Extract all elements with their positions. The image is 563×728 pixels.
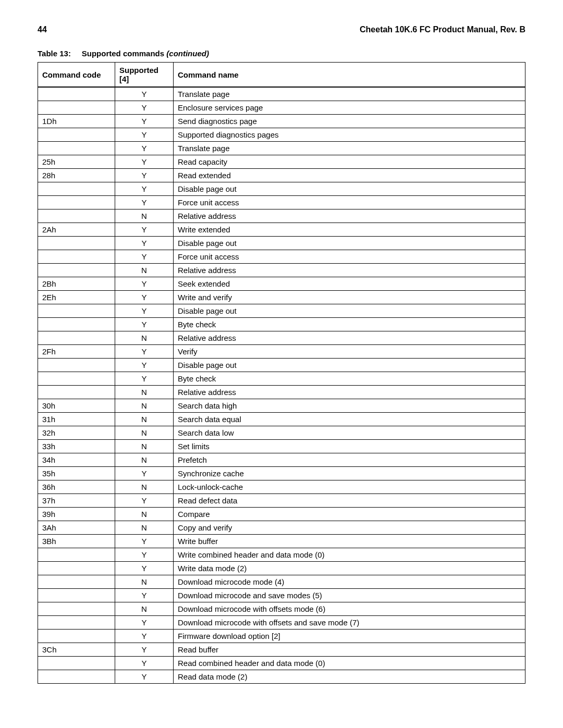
cell-command-name: Compare [174, 508, 525, 521]
table-row: 37hYRead defect data [38, 494, 525, 508]
cell-command-name: Disable page out [174, 359, 525, 372]
cell-command-code: 34h [38, 453, 115, 467]
cell-command-name: Disable page out [174, 237, 525, 250]
cell-supported: N [115, 413, 174, 426]
cell-command-code [38, 264, 115, 277]
cell-command-name: Send diagnostics page [174, 115, 525, 128]
cell-command-code: 25h [38, 155, 115, 169]
cell-supported: Y [115, 372, 174, 386]
cell-command-name: Read defect data [174, 494, 525, 508]
cell-supported: N [115, 602, 174, 616]
cell-command-name: Translate page [174, 87, 525, 101]
cell-command-name: Download microcode mode (4) [174, 575, 525, 589]
cell-command-code: 32h [38, 426, 115, 440]
cell-command-code: 31h [38, 413, 115, 426]
table-row: NDownload microcode with offsets mode (6… [38, 602, 525, 616]
cell-command-name: Relative address [174, 209, 525, 223]
page-number: 44 [38, 25, 47, 34]
cell-command-code [38, 670, 115, 684]
commands-table: Command code Supported [4] Command name … [38, 62, 525, 684]
table-row: 31hNSearch data equal [38, 413, 525, 426]
cell-command-code: 3Bh [38, 535, 115, 548]
table-row: 2FhYVerify [38, 345, 525, 359]
cell-supported: Y [115, 318, 174, 331]
cell-command-name: Verify [174, 345, 525, 359]
table-row: YByte check [38, 318, 525, 331]
table-row: YWrite data mode (2) [38, 562, 525, 575]
cell-command-code: 2Fh [38, 345, 115, 359]
cell-supported: Y [115, 616, 174, 630]
table-row: YByte check [38, 372, 525, 386]
cell-command-code: 30h [38, 399, 115, 413]
cell-command-name: Write combined header and data mode (0) [174, 548, 525, 562]
cell-command-name: Relative address [174, 264, 525, 277]
table-row: YDisable page out [38, 237, 525, 250]
cell-supported: Y [115, 494, 174, 508]
cell-command-code [38, 101, 115, 115]
table-header-row: Command code Supported [4] Command name [38, 63, 525, 88]
cell-supported: N [115, 508, 174, 521]
cell-command-code: 3Ch [38, 643, 115, 657]
cell-supported: Y [115, 535, 174, 548]
cell-supported: N [115, 209, 174, 223]
cell-supported: Y [115, 345, 174, 359]
cell-command-code: 36h [38, 480, 115, 494]
cell-command-code [38, 548, 115, 562]
cell-supported: N [115, 426, 174, 440]
cell-command-code: 2Eh [38, 291, 115, 304]
cell-command-code [38, 128, 115, 142]
cell-command-name: Synchronize cache [174, 467, 525, 480]
cell-supported: Y [115, 643, 174, 657]
cell-command-code: 35h [38, 467, 115, 480]
cell-command-code [38, 318, 115, 331]
cell-command-code [38, 562, 115, 575]
cell-supported: N [115, 264, 174, 277]
cell-supported: Y [115, 630, 174, 643]
table-row: 32hNSearch data low [38, 426, 525, 440]
table-row: YRead combined header and data mode (0) [38, 657, 525, 670]
cell-supported: Y [115, 670, 174, 684]
cell-command-name: Force unit access [174, 196, 525, 209]
table-row: 1DhYSend diagnostics page [38, 115, 525, 128]
cell-command-name: Firmware download option [2] [174, 630, 525, 643]
table-row: YWrite combined header and data mode (0) [38, 548, 525, 562]
table-row: 34hNPrefetch [38, 453, 525, 467]
cell-command-name: Read capacity [174, 155, 525, 169]
cell-command-name: Search data high [174, 399, 525, 413]
cell-supported: Y [115, 115, 174, 128]
cell-command-name: Disable page out [174, 182, 525, 196]
cell-command-code: 33h [38, 440, 115, 453]
cell-command-code [38, 250, 115, 264]
table-row: YTranslate page [38, 142, 525, 155]
cell-supported: Y [115, 128, 174, 142]
cell-supported: Y [115, 250, 174, 264]
cell-command-name: Byte check [174, 372, 525, 386]
cell-command-code: 28h [38, 169, 115, 182]
cell-supported: Y [115, 196, 174, 209]
cell-command-name: Prefetch [174, 453, 525, 467]
cell-supported: Y [115, 562, 174, 575]
table-row: 35hYSynchronize cache [38, 467, 525, 480]
cell-command-code [38, 209, 115, 223]
cell-command-name: Write buffer [174, 535, 525, 548]
cell-command-name: Seek extended [174, 277, 525, 291]
table-row: NRelative address [38, 331, 525, 345]
table-row: YDownload microcode with offsets and sav… [38, 616, 525, 630]
cell-command-code [38, 630, 115, 643]
cell-supported: N [115, 575, 174, 589]
cell-command-name: Relative address [174, 331, 525, 345]
doc-title: Cheetah 10K.6 FC Product Manual, Rev. B [360, 25, 525, 34]
col-header-supported: Supported [4] [115, 63, 174, 88]
cell-supported: Y [115, 359, 174, 372]
table-row: NRelative address [38, 386, 525, 399]
cell-supported: N [115, 331, 174, 345]
cell-supported: Y [115, 142, 174, 155]
cell-supported: N [115, 386, 174, 399]
cell-command-code: 37h [38, 494, 115, 508]
cell-command-name: Search data equal [174, 413, 525, 426]
cell-supported: Y [115, 101, 174, 115]
table-row: 36hNLock-unlock-cache [38, 480, 525, 494]
cell-command-name: Read data mode (2) [174, 670, 525, 684]
cell-command-code: 2Bh [38, 277, 115, 291]
cell-command-code [38, 182, 115, 196]
